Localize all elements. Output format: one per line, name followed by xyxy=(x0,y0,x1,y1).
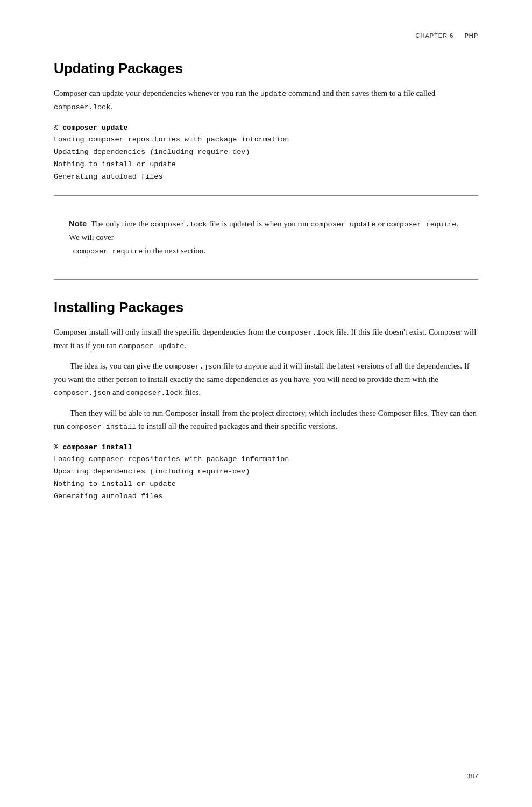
percent-sign2: % xyxy=(54,443,62,451)
note-composer-require2: composer require xyxy=(73,247,143,256)
composer-install-block: % composer install Loading composer repo… xyxy=(54,443,478,503)
composer-lock-ref: composer.lock xyxy=(278,329,334,337)
composer-lock-ref2: composer.lock xyxy=(126,389,183,397)
note-composer-require: composer require xyxy=(387,221,457,229)
installing-packages-section: Installing Packages Composer install wil… xyxy=(54,299,478,503)
composer-json-ref2: composer.json xyxy=(54,389,110,397)
output-line-3: Nothing to install or update xyxy=(54,159,478,171)
updating-intro-rest: command and then saves them to a file ca… xyxy=(288,89,435,97)
chapter-number: CHAPTER 6 xyxy=(416,32,454,39)
installing-para3-text: Then they will be able to run Composer i… xyxy=(54,407,478,433)
install-output-line-2: Updating dependencies (including require… xyxy=(54,466,478,478)
composer-install-command: composer install xyxy=(62,443,132,451)
note-text1: file is updated is when you run xyxy=(209,220,308,228)
note-text2: or xyxy=(378,220,385,228)
percent-sign: % xyxy=(54,124,62,132)
divider-bottom xyxy=(54,279,478,280)
note-text-before: The only time the xyxy=(91,220,148,228)
composer-update-prompt: % composer update xyxy=(54,124,478,132)
installing-para1: Composer install will only install the s… xyxy=(54,325,478,352)
install-output-line-3: Nothing to install or update xyxy=(54,478,478,491)
output-line-2: Updating dependencies (including require… xyxy=(54,146,478,159)
updating-intro-paragraph: Composer can update your dependencies wh… xyxy=(54,87,478,113)
installing-para1-end: . xyxy=(184,341,186,350)
updating-packages-title: Updating Packages xyxy=(54,60,478,77)
output-line-1: Loading composer repositories with packa… xyxy=(54,134,478,146)
intro-end: . xyxy=(110,102,112,111)
para3-end: to install all the required packages and… xyxy=(138,422,337,430)
para2-and: and xyxy=(112,388,124,397)
note-composer-update: composer update xyxy=(310,221,376,229)
composer-update-block: % composer update Loading composer repos… xyxy=(54,124,478,183)
installing-para1-before: Composer install will only install the s… xyxy=(54,328,275,336)
chapter-title: PHP xyxy=(464,32,478,39)
note-composer-lock: composer.lock xyxy=(150,221,207,229)
divider-top xyxy=(54,195,478,196)
composer-install-prompt: % composer install xyxy=(54,443,478,451)
composer-update-output: Loading composer repositories with packa… xyxy=(54,134,478,183)
note-text4: in the next section. xyxy=(145,246,205,255)
install-output-line-1: Loading composer repositories with packa… xyxy=(54,454,478,466)
output-line-4: Generating autoload files xyxy=(54,171,478,183)
composer-install-output: Loading composer repositories with packa… xyxy=(54,454,478,503)
composer-update-ref: composer update xyxy=(119,342,185,350)
chapter-header: CHAPTER 6 PHP xyxy=(54,32,478,39)
note-label: Note xyxy=(69,219,87,228)
para2-end: files. xyxy=(185,388,201,397)
composer-json-ref: composer.json xyxy=(165,363,221,371)
install-output-line-4: Generating autoload files xyxy=(54,491,478,503)
note-box: NoteThe only time the composer.lock file… xyxy=(54,208,478,267)
composer-install-inline: composer install xyxy=(67,423,137,431)
updating-intro-text: Composer can update your dependencies wh… xyxy=(54,89,258,97)
para2-before: The idea is, you can give the xyxy=(70,362,162,370)
installing-packages-title: Installing Packages xyxy=(54,299,478,316)
page-number: 387 xyxy=(466,772,478,780)
composer-update-command: composer update xyxy=(62,124,128,132)
note-paragraph: NoteThe only time the composer.lock file… xyxy=(69,217,463,258)
installing-para2: The idea is, you can give the composer.j… xyxy=(54,359,478,399)
installing-para2-text: The idea is, you can give the composer.j… xyxy=(54,359,478,399)
installing-para3: Then they will be able to run Composer i… xyxy=(54,407,478,433)
page: CHAPTER 6 PHP Updating Packages Composer… xyxy=(0,0,532,807)
update-command-inline: update xyxy=(260,90,287,98)
composer-lock-inline: composer.lock xyxy=(54,103,110,111)
